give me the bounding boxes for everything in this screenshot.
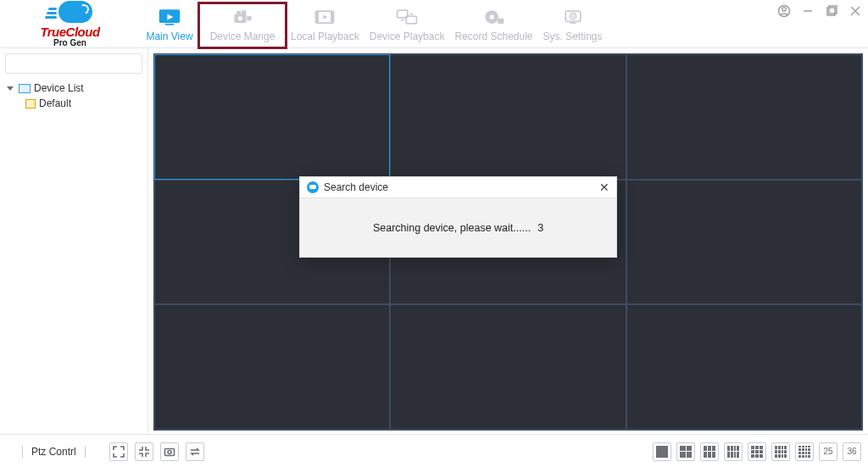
dialog-body: Searching device, please wait...... 3 xyxy=(300,198,616,258)
layout-4[interactable] xyxy=(676,442,695,461)
search-input[interactable] xyxy=(5,53,142,74)
svg-point-22 xyxy=(782,8,786,11)
grid-cell[interactable] xyxy=(626,180,862,305)
svg-point-29 xyxy=(168,450,171,453)
tree-child[interactable]: Default xyxy=(7,96,147,111)
video-grid: Search device ✕ Searching device, please… xyxy=(153,53,863,431)
tab-label: Local Playback xyxy=(291,31,359,42)
main-area: Device List Default Search device xyxy=(0,48,868,434)
grid-cell[interactable] xyxy=(390,54,626,180)
tab-label: Device Playback xyxy=(370,31,445,42)
chevron-down-icon xyxy=(7,86,14,91)
tab-device-playback[interactable]: Device Playback xyxy=(364,3,450,47)
layout-6[interactable] xyxy=(700,442,719,461)
device-list-icon xyxy=(19,84,31,93)
exit-fullscreen-icon[interactable] xyxy=(135,442,153,461)
layout-8[interactable] xyxy=(724,442,743,461)
layout-1[interactable] xyxy=(653,442,671,461)
grid-cell[interactable] xyxy=(390,304,626,430)
tab-label: Record Schedule xyxy=(454,31,532,42)
tab-label: Main View xyxy=(146,31,192,42)
brand-sub: Pro Gen xyxy=(53,39,86,47)
svg-rect-7 xyxy=(247,16,251,20)
tab-record-schedule[interactable]: Record Schedule xyxy=(449,3,537,47)
left-toolbar xyxy=(109,442,204,461)
app-logo: TrueCloud Pro Gen xyxy=(0,0,140,47)
svg-rect-20 xyxy=(570,22,576,24)
window-controls xyxy=(776,3,863,19)
fullscreen-icon[interactable] xyxy=(109,442,128,461)
layout-16[interactable] xyxy=(795,442,814,461)
tab-sys-settings[interactable]: Sys. Settings xyxy=(538,3,608,47)
dialog-message: Searching device, please wait...... xyxy=(373,222,531,234)
tab-device-mange[interactable]: Device Mange xyxy=(199,3,286,47)
snapshot-icon[interactable] xyxy=(160,442,179,461)
layout-25[interactable]: 25 xyxy=(819,442,837,461)
tree-child-label: Default xyxy=(39,97,71,109)
sidebar: Device List Default xyxy=(0,48,148,434)
grid-cell[interactable] xyxy=(626,304,862,430)
tree-root-label: Device List xyxy=(34,82,84,94)
ptz-control-button[interactable]: Ptz Contrl xyxy=(22,446,86,458)
tab-label: Device Mange xyxy=(210,31,275,42)
svg-point-19 xyxy=(571,15,574,18)
tab-label: Sys. Settings xyxy=(543,31,603,42)
user-icon[interactable] xyxy=(776,3,792,19)
tree-root[interactable]: Device List xyxy=(7,81,147,96)
top-bar: TrueCloud Pro Gen Main View Device Mange… xyxy=(0,0,868,47)
dialog-titlebar[interactable]: Search device ✕ xyxy=(300,177,616,198)
grid-cell[interactable] xyxy=(154,54,390,180)
minimize-icon[interactable] xyxy=(800,3,815,19)
tab-main-view[interactable]: Main View xyxy=(140,3,199,47)
grid-cell[interactable] xyxy=(626,54,862,180)
dialog-app-icon xyxy=(307,181,319,193)
svg-marker-11 xyxy=(324,14,328,19)
svg-rect-16 xyxy=(498,19,504,24)
svg-rect-5 xyxy=(236,11,241,14)
dialog-close-icon[interactable]: ✕ xyxy=(599,181,609,194)
svg-rect-6 xyxy=(242,10,246,14)
brand-main: TrueCloud xyxy=(40,25,99,38)
play-screen-icon xyxy=(156,7,183,27)
close-icon[interactable] xyxy=(848,3,863,19)
layout-13[interactable] xyxy=(771,442,790,461)
layout-9[interactable] xyxy=(748,442,766,461)
disc-icon xyxy=(480,7,507,27)
film-icon xyxy=(311,7,338,27)
grid-cell[interactable] xyxy=(154,304,390,430)
svg-point-4 xyxy=(238,16,242,20)
cycle-icon[interactable] xyxy=(186,442,204,461)
layout-36[interactable]: 36 xyxy=(843,442,861,461)
top-tabs: Main View Device Mange Local Playback De… xyxy=(140,0,608,47)
device-playback-icon xyxy=(393,7,420,27)
tab-local-playback[interactable]: Local Playback xyxy=(286,3,364,47)
svg-rect-9 xyxy=(316,11,320,23)
maximize-icon[interactable] xyxy=(824,3,839,19)
folder-icon xyxy=(25,99,36,108)
settings-icon xyxy=(559,7,587,27)
device-tree: Device List Default xyxy=(0,81,147,111)
viewer: Search device ✕ Searching device, please… xyxy=(148,48,868,434)
cloud-icon xyxy=(48,1,92,25)
svg-rect-10 xyxy=(331,11,334,23)
search-device-dialog: Search device ✕ Searching device, please… xyxy=(299,176,617,258)
layout-toolbar: 25 36 xyxy=(653,442,861,461)
dialog-title: Search device xyxy=(324,181,388,193)
svg-rect-2 xyxy=(165,24,175,25)
bottom-bar: Ptz Contrl 25 36 xyxy=(0,434,868,467)
dialog-count: 3 xyxy=(537,222,543,234)
camera-icon xyxy=(229,7,256,27)
svg-point-15 xyxy=(490,14,494,19)
